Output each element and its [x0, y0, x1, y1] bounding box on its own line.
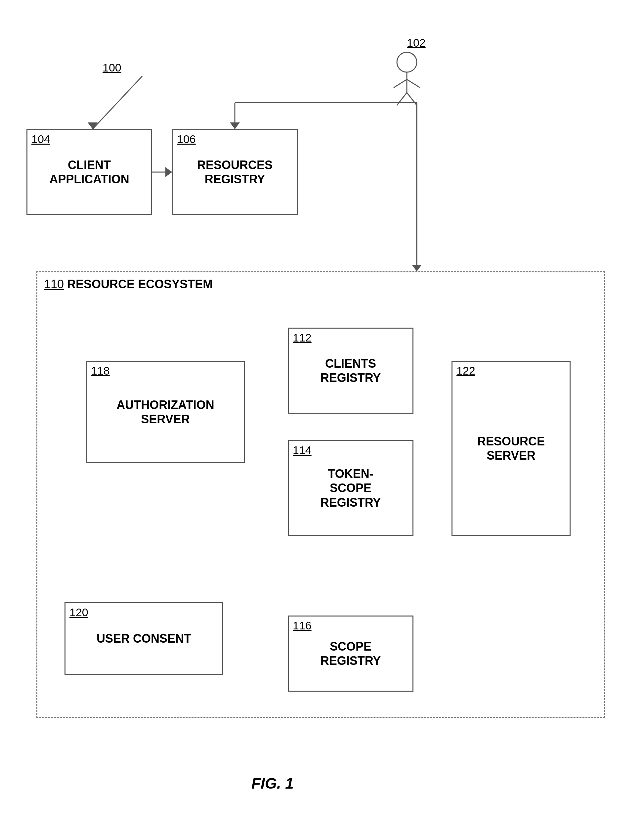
- ref-102: 102: [407, 36, 426, 49]
- box-120-number: 120: [69, 606, 88, 619]
- box-116-scope-registry: 116 SCOPEREGISTRY: [288, 615, 414, 692]
- box-112-number: 112: [293, 331, 311, 344]
- box-120-label: USER CONSENT: [97, 632, 191, 646]
- diagram: 100 102 104 CLIENTAPPLICATION 106 RESOUR…: [0, 0, 644, 824]
- svg-line-0: [93, 76, 142, 129]
- box-106-label: RESOURCESREGISTRY: [197, 158, 273, 186]
- box-104-client-application: 104 CLIENTAPPLICATION: [26, 129, 152, 215]
- box-122-number: 122: [457, 364, 475, 377]
- svg-line-26: [397, 93, 407, 105]
- svg-point-22: [397, 52, 417, 72]
- box-104-label: CLIENTAPPLICATION: [49, 158, 129, 186]
- box-114-label: TOKEN-SCOPEREGISTRY: [320, 467, 381, 510]
- box-110-number: 110 RESOURCE ECOSYSTEM: [44, 277, 213, 291]
- box-116-label: SCOPEREGISTRY: [320, 640, 381, 668]
- svg-line-27: [407, 93, 417, 105]
- box-116-number: 116: [293, 619, 311, 632]
- figure-caption: FIG. 1: [251, 774, 294, 792]
- svg-marker-5: [230, 123, 240, 129]
- box-120-user-consent: 120 USER CONSENT: [64, 602, 223, 675]
- box-106-resources-registry: 106 RESOURCESREGISTRY: [172, 129, 298, 215]
- box-106-number: 106: [177, 133, 196, 146]
- ref-100: 100: [103, 61, 121, 74]
- svg-line-24: [394, 80, 407, 88]
- box-118-number: 118: [91, 364, 110, 377]
- box-122-resource-server: 122 RESOURCESERVER: [451, 361, 570, 536]
- svg-line-25: [407, 80, 420, 88]
- box-112-label: CLIENTSREGISTRY: [320, 357, 381, 385]
- box-104-number: 104: [31, 133, 50, 146]
- box-114-token-scope-registry: 114 TOKEN-SCOPEREGISTRY: [288, 440, 414, 536]
- svg-marker-7: [412, 265, 422, 271]
- svg-marker-9: [166, 167, 172, 177]
- box-118-label: AUTHORIZATIONSERVER: [117, 398, 214, 426]
- box-114-number: 114: [293, 444, 311, 457]
- svg-marker-1: [87, 123, 98, 129]
- box-112-clients-registry: 112 CLIENTSREGISTRY: [288, 327, 414, 414]
- box-118-authorization-server: 118 AUTHORIZATIONSERVER: [86, 361, 245, 463]
- box-122-label: RESOURCESERVER: [477, 434, 545, 463]
- person-icon: [387, 50, 427, 106]
